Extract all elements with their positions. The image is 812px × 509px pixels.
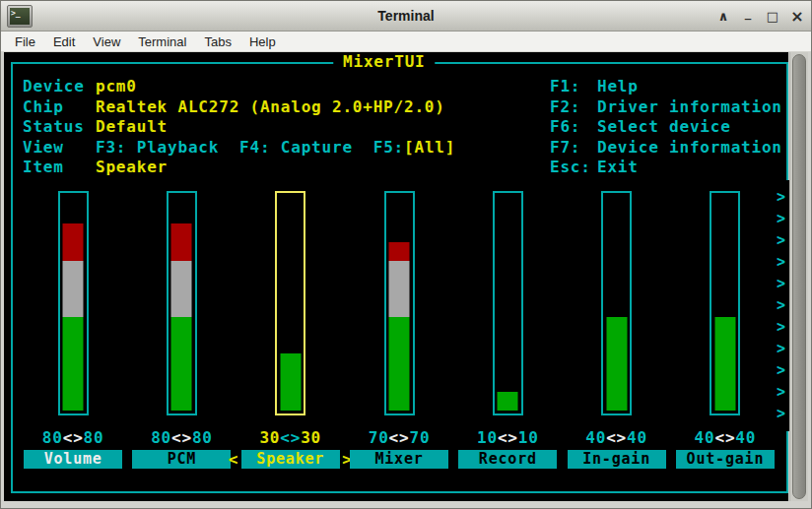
info-label: Item [23,158,96,178]
meter-segment-red [171,223,192,261]
info-label: View [23,138,96,159]
meter-segment-red [389,242,410,261]
meter-fill [389,242,410,411]
channel-values: 30<>30 [259,428,321,448]
window-title: Terminal [1,1,811,32]
left-channel-value: 40 [695,428,715,447]
channel-separator: <> [606,428,627,447]
control-label-mixer[interactable]: Mixer [350,450,448,469]
mixer-control-mixer: 70<>70Mixer [345,191,453,469]
info-value-part: Default [96,117,168,136]
menu-item-edit[interactable]: Edit [44,32,84,52]
meter-segment-green [606,317,627,411]
control-label-row: <>Speaker [241,450,340,469]
left-channel-value: 70 [369,428,389,447]
close-button[interactable]: × [788,8,806,26]
scroll-arrow-icon: > [777,277,786,291]
shade-button[interactable]: ∧ [714,8,732,26]
scroll-arrow-icon: > [777,298,786,313]
mixer-control-speaker: 30<>30<>Speaker [237,191,345,469]
meter-segment-green [714,317,735,411]
scroll-indicator-column: >>>>>>>>>>> [774,180,789,431]
left-channel-value: 10 [477,428,498,447]
right-channel-value: 40 [627,428,647,447]
meter-fill [606,317,627,411]
meter-segment-green [171,317,192,411]
meter-fill [280,353,301,411]
meter-segment-green [280,353,301,411]
info-value-part [353,138,373,157]
hotkey-desc: Help [597,77,782,97]
channel-values: 80<>80 [42,428,104,448]
meter-segment-red [63,223,84,261]
menu-item-tabs[interactable]: Tabs [195,32,239,52]
menu-item-help[interactable]: Help [240,32,285,52]
left-channel-value: 30 [259,428,280,447]
mixertui-frame: MixerTUI Devicepcm0ChipRealtek ALC272 (A… [11,62,788,493]
control-label-out-gain[interactable]: Out-gain [676,450,775,469]
menu-item-file[interactable]: File [6,32,44,52]
minimize-button[interactable]: _ [739,8,757,26]
channel-separator: <> [63,428,84,447]
maximize-button[interactable]: □ [764,8,781,26]
device-info-panel: Devicepcm0ChipRealtek ALC272 (Analog 2.0… [23,77,455,178]
channel-values: 40<>40 [585,428,647,448]
info-value-part: F4: Capture [239,138,353,157]
menu-item-terminal[interactable]: Terminal [129,32,195,52]
hotkey-key: Esc: [550,158,597,178]
volume-meter-pcm[interactable] [167,191,197,415]
info-value-part: Realtek ALC272 (Analog 2.0+HP/2.0) [96,97,445,116]
channel-separator: <> [498,428,518,447]
control-label-row: In-gain [568,450,666,469]
control-label-record[interactable]: Record [458,450,557,469]
mixer-control-pcm: 80<>80PCM [127,191,236,469]
right-channel-value: 80 [84,428,104,447]
info-value: Speaker [96,158,455,178]
volume-meter-volume[interactable] [58,191,89,415]
scrollbar-thumb[interactable] [792,54,806,499]
meter-fill [171,223,192,411]
channel-separator: <> [171,428,192,447]
volume-meter-speaker[interactable] [275,191,305,415]
meter-fill [63,223,84,411]
control-label-row: PCM [132,450,231,469]
terminal-scrollbar[interactable] [789,52,808,501]
volume-meter-out-gain[interactable] [710,191,740,415]
meter-segment-green [63,317,84,411]
selection-left-arrow: < [229,450,238,469]
channel-values: 70<>70 [369,428,431,448]
control-label-speaker[interactable]: Speaker [241,450,340,469]
control-label-volume[interactable]: Volume [24,450,122,469]
info-value: Realtek ALC272 (Analog 2.0+HP/2.0) [96,97,455,118]
meter-fill [714,317,735,411]
menu-item-view[interactable]: View [84,32,129,52]
info-value-part [219,138,239,157]
control-label-in-gain[interactable]: In-gain [568,450,666,469]
scroll-arrow-icon: > [777,255,786,270]
scroll-arrow-icon: > [777,363,786,378]
title-bar[interactable]: >_ Terminal ∧_□× [1,1,811,32]
control-label-row: Volume [24,450,122,469]
hotkey-desc: Device information [597,138,782,159]
control-label-pcm[interactable]: PCM [132,450,231,469]
volume-meter-record[interactable] [493,191,523,415]
channel-values: 40<>40 [695,428,757,448]
info-label: Status [23,117,96,138]
info-label: Chip [23,97,96,118]
volume-meter-in-gain[interactable] [601,191,632,415]
hotkey-key: F6: [550,117,597,138]
volume-meter-mixer[interactable] [384,191,415,415]
scroll-arrow-icon: > [777,212,786,226]
info-value: pcm0 [96,77,455,97]
info-value: F3: Playback F4: Capture F5:[All] [96,138,455,159]
info-value-part: [All] [404,138,455,157]
control-label-row: Record [458,450,557,469]
meter-segment-green [498,392,518,411]
hotkey-help-panel: F1:HelpF2:Driver informationF6:Select de… [550,77,782,178]
hotkey-desc: Select device [597,117,782,138]
hotkey-key: F1: [550,77,597,97]
left-channel-value: 80 [42,428,63,447]
right-channel-value: 10 [518,428,539,447]
channel-values: 80<>80 [151,428,213,448]
terminal-screen[interactable]: MixerTUI Devicepcm0ChipRealtek ALC272 (A… [4,52,788,501]
